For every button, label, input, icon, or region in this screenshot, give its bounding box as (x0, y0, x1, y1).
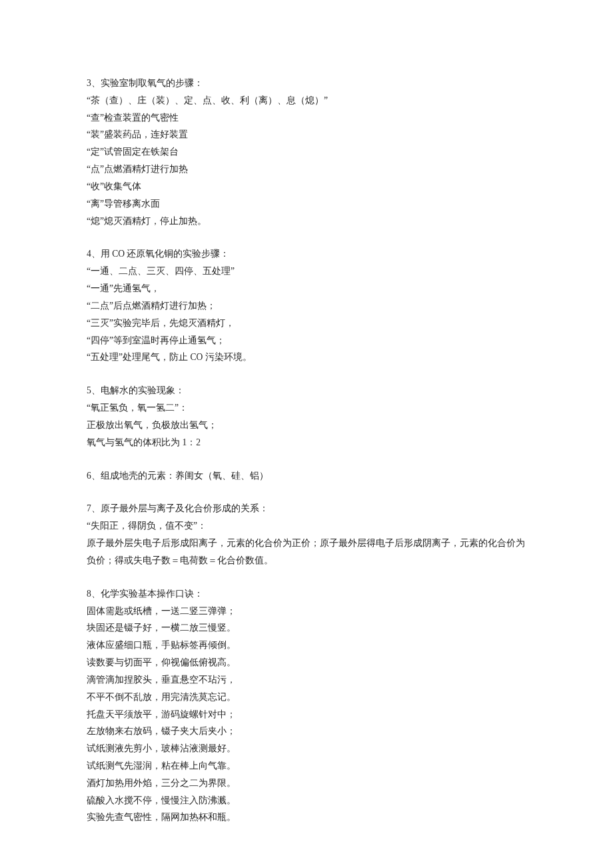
text-line: 4、用 CO 还原氧化铜的实验步骤： (87, 245, 526, 263)
text-line: 块固还是镊子好，一横二放三慢竖。 (87, 619, 526, 637)
text-line: 左放物来右放码，镊子夹大后夹小； (87, 723, 526, 740)
text-line: 液体应盛细口瓶，手贴标签再倾倒。 (87, 637, 526, 654)
text-line: “二点”后点燃酒精灯进行加热； (87, 297, 526, 315)
text-line: 试纸测气先湿润，粘在棒上向气靠。 (87, 757, 526, 775)
text-line: “一通”先通氢气， (87, 280, 526, 297)
section-3: 3、实验室制取氧气的步骤： “茶（查）、庄（装）、定、点、收、利（离）、息（熄）… (87, 75, 526, 229)
text-line: 滴管滴加捏胶头，垂直悬空不玷污， (87, 671, 526, 689)
text-line: “熄”熄灭酒精灯，停止加热。 (87, 213, 526, 230)
text-line: 不平不倒不乱放，用完清洗莫忘记。 (87, 689, 526, 706)
text-line: “氧正氢负，氧一氢二”： (87, 399, 526, 417)
text-line: “三灭”实验完毕后，先熄灭酒精灯， (87, 315, 526, 332)
text-line: 实验先查气密性，隔网加热杯和瓶。 (87, 809, 526, 826)
text-line: 8、化学实验基本操作口诀： (87, 585, 526, 603)
text-line: “点”点燃酒精灯进行加热 (87, 161, 526, 178)
text-line: 7、原子最外层与离子及化合价形成的关系： (87, 500, 526, 517)
text-line: 硫酸入水搅不停，慢慢注入防沸溅。 (87, 792, 526, 809)
text-line: “查”检查装置的气密性 (87, 109, 526, 127)
text-line: “茶（查）、庄（装）、定、点、收、利（离）、息（熄）” (87, 92, 526, 109)
text-line: “失阳正，得阴负，值不变”： (87, 517, 526, 535)
section-6: 6、组成地壳的元素：养闺女（氧、硅、铝） (87, 467, 526, 485)
text-line: 6、组成地壳的元素：养闺女（氧、硅、铝） (87, 467, 526, 485)
text-line: “装”盛装药品，连好装置 (87, 126, 526, 143)
text-line: 正极放出氧气，负极放出氢气； (87, 417, 526, 434)
section-4: 4、用 CO 还原氧化铜的实验步骤： “一通、二点、三灭、四停、五处理” “一通… (87, 245, 526, 366)
text-line: 原子最外层失电子后形成阳离子，元素的化合价为正价；原子最外层得电子后形成阴离子，… (87, 535, 526, 569)
section-8: 8、化学实验基本操作口诀： 固体需匙或纸槽，一送二竖三弹弹； 块固还是镊子好，一… (87, 585, 526, 827)
section-5: 5、电解水的实验现象： “氧正氢负，氧一氢二”： 正极放出氧气，负极放出氢气； … (87, 382, 526, 451)
text-line: “收”收集气体 (87, 178, 526, 195)
text-line: 3、实验室制取氧气的步骤： (87, 75, 526, 92)
text-line: 托盘天平须放平，游码旋螺针对中； (87, 706, 526, 723)
text-line: “四停”等到室温时再停止通氢气； (87, 332, 526, 349)
text-line: 酒灯加热用外焰，三分之二为界限。 (87, 775, 526, 792)
text-line: “五处理”处理尾气，防止 CO 污染环境。 (87, 349, 526, 366)
text-line: “一通、二点、三灭、四停、五处理” (87, 263, 526, 280)
text-line: 读数要与切面平，仰视偏低俯视高。 (87, 654, 526, 671)
section-7: 7、原子最外层与离子及化合价形成的关系： “失阳正，得阴负，值不变”： 原子最外… (87, 500, 526, 569)
text-line: 固体需匙或纸槽，一送二竖三弹弹； (87, 603, 526, 620)
document-page: 3、实验室制取氧气的步骤： “茶（查）、庄（装）、定、点、收、利（离）、息（熄）… (0, 0, 613, 868)
text-line: 氧气与氢气的体积比为 1：2 (87, 434, 526, 451)
text-line: 试纸测液先剪小，玻棒沾液测最好。 (87, 740, 526, 757)
text-line: 5、电解水的实验现象： (87, 382, 526, 399)
text-line: “定”试管固定在铁架台 (87, 143, 526, 161)
text-line: “离”导管移离水面 (87, 195, 526, 213)
